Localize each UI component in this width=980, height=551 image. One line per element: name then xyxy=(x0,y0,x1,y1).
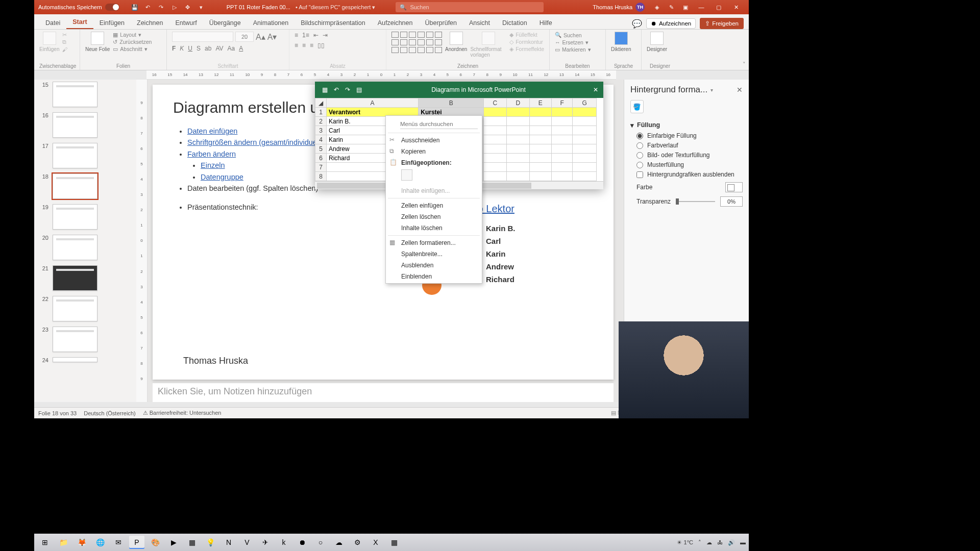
transparency-slider[interactable] xyxy=(676,201,715,202)
shape-fill-button[interactable]: ◆ Fülleffekt xyxy=(509,32,544,38)
tab-draw[interactable]: Zeichnen xyxy=(131,16,169,29)
thumb-17[interactable]: 17 xyxy=(39,143,131,168)
italic-icon[interactable]: K xyxy=(180,45,184,52)
document-title[interactable]: PPT 01 Roter Faden 00... xyxy=(227,4,290,10)
tab-design[interactable]: Entwurf xyxy=(169,16,203,29)
tb-outlook[interactable]: ✉ xyxy=(111,536,126,549)
search-box[interactable]: 🔍 Suchen xyxy=(396,2,544,12)
diamond-icon[interactable]: ◈ xyxy=(650,4,664,11)
shape-effects-button[interactable]: ◈ Formeffekte xyxy=(509,46,544,52)
windows-taskbar[interactable]: ⊞ 📁 🦊 🌐 ✉ P 🎨 ▶ ▦ 💡 N V ✈ k ⏺ ○ ☁ ⚙ X ▦ … xyxy=(34,534,749,551)
thumb-21[interactable]: 21 xyxy=(39,265,131,291)
menu-column-width[interactable]: Spaltenbreite... xyxy=(386,248,482,260)
shrink-font-icon[interactable]: A▾ xyxy=(267,32,277,42)
strike-icon[interactable]: S xyxy=(197,45,201,52)
close-button[interactable]: ✕ xyxy=(727,0,745,14)
autosave-toggle[interactable]: Automatisches Speichern xyxy=(38,4,119,11)
comments-icon[interactable]: 💬 xyxy=(632,19,642,29)
share-button[interactable]: ⇪ Freigeben xyxy=(700,18,744,29)
tab-start[interactable]: Start xyxy=(66,15,93,29)
row-header[interactable]: 5 xyxy=(315,144,327,154)
tab-slideshow[interactable]: Bildschirmpräsentation xyxy=(295,16,371,29)
tb-telegram[interactable]: ✈ xyxy=(258,536,273,549)
thumb-23[interactable]: 23 xyxy=(39,327,131,352)
indent-dec-icon[interactable]: ⇤ xyxy=(313,32,318,39)
fill-color-button[interactable] xyxy=(725,182,743,192)
opt-picture-fill[interactable]: Bild- oder Texturfüllung xyxy=(636,152,743,159)
tb-app[interactable]: 🎨 xyxy=(148,536,163,549)
col-header-g[interactable]: G xyxy=(573,98,597,108)
pane-close-icon[interactable]: ✕ xyxy=(737,86,743,94)
undo-icon[interactable]: ↶ xyxy=(144,3,152,11)
menu-delete-cells[interactable]: Zellen löschen xyxy=(386,211,482,222)
bullet-link[interactable]: Farben ändern xyxy=(187,150,236,158)
touch-mode-icon[interactable]: ✥ xyxy=(184,3,192,11)
tray-battery-icon[interactable]: ▬ xyxy=(740,539,746,545)
pen-icon[interactable]: ✎ xyxy=(664,4,678,11)
font-family-input[interactable] xyxy=(172,32,233,42)
menu-cut[interactable]: ✂Ausschneiden xyxy=(386,135,482,146)
columns-icon[interactable]: ▯▯ xyxy=(317,42,325,49)
tb-powerpoint[interactable]: P xyxy=(129,536,144,549)
tab-record[interactable]: Aufzeichnen xyxy=(372,16,419,29)
reset-button[interactable]: ↺ Zurücksetzen xyxy=(113,39,152,45)
bold-icon[interactable]: F xyxy=(172,45,176,52)
col-header-e[interactable]: E xyxy=(529,98,551,108)
thumb-22[interactable]: 22 xyxy=(39,296,131,321)
tray-onedrive-icon[interactable]: ☁ xyxy=(706,539,712,546)
tray-chevron-icon[interactable]: ˄ xyxy=(698,539,701,546)
row-header[interactable]: 8 xyxy=(315,172,327,181)
tab-review[interactable]: Überprüfen xyxy=(419,16,463,29)
tray-volume-icon[interactable]: 🔊 xyxy=(728,539,735,546)
opt-pattern-fill[interactable]: Musterfüllung xyxy=(636,161,743,168)
redo-icon[interactable]: ↷ xyxy=(157,3,165,11)
tab-transitions[interactable]: Übergänge xyxy=(203,16,247,29)
toggle-switch-icon[interactable] xyxy=(105,4,119,11)
replace-button[interactable]: ↔ Ersetzen ▾ xyxy=(555,39,591,45)
qat-dropdown-icon[interactable]: ▾ xyxy=(197,3,205,11)
col-header-d[interactable]: D xyxy=(506,98,529,108)
tb-excel[interactable]: X xyxy=(368,536,383,549)
paste-option-button[interactable] xyxy=(401,169,412,181)
shadow-icon[interactable]: ab xyxy=(205,45,211,52)
format-painter-icon[interactable]: 🖌 xyxy=(62,46,68,53)
menu-copy[interactable]: ⧉Kopieren xyxy=(386,146,482,157)
indent-inc-icon[interactable]: ⇥ xyxy=(323,32,328,39)
save-status[interactable]: • Auf "diesem PC" gespeichert ▾ xyxy=(296,4,375,11)
record-button[interactable]: ⏺ Aufzeichnen xyxy=(646,18,696,29)
thumb-16[interactable]: 16 xyxy=(39,112,131,138)
tab-dictation[interactable]: Dictation xyxy=(496,16,533,29)
thumb-15[interactable]: 15 xyxy=(39,82,131,107)
tb-explorer[interactable]: 📁 xyxy=(56,536,71,549)
slide-thumbnails-pane[interactable]: 15 16 17 18 19 20 21 22 23 24 xyxy=(34,80,136,402)
minimize-button[interactable]: — xyxy=(693,0,710,14)
case-icon[interactable]: Aa xyxy=(228,45,235,52)
bullet-link[interactable]: Datengruppe xyxy=(201,173,243,181)
col-header-b[interactable]: B xyxy=(419,98,484,108)
thumb-24[interactable]: 24 xyxy=(39,357,131,363)
excel-redo-icon[interactable]: ↷ xyxy=(345,86,350,93)
tb-onenote[interactable]: N xyxy=(221,536,236,549)
quick-styles-button[interactable]: Schnellformat vorlagen xyxy=(470,32,506,58)
excel-close-button[interactable]: ✕ xyxy=(588,86,603,93)
collapse-ribbon-icon[interactable]: ˅ xyxy=(743,61,746,68)
transparency-value[interactable]: 0% xyxy=(720,196,743,207)
bullets-icon[interactable]: ≡ xyxy=(295,32,298,39)
thumb-18[interactable]: 18 xyxy=(39,173,131,199)
bullet-link[interactable]: Daten einfügen xyxy=(187,127,237,135)
select-button[interactable]: ▭ Markieren ▾ xyxy=(555,46,591,53)
tab-help[interactable]: Hilfe xyxy=(533,16,558,29)
row-header[interactable]: 1 xyxy=(315,108,327,117)
pane-dropdown-icon[interactable]: ▾ xyxy=(710,87,713,93)
layout-button[interactable]: ▦ Layout ▾ xyxy=(113,32,152,38)
fill-bucket-icon[interactable]: 🪣 xyxy=(630,100,644,113)
menu-insert-cells[interactable]: Zellen einfügen xyxy=(386,200,482,211)
status-language[interactable]: Deutsch (Österreich) xyxy=(84,410,135,416)
tb-app6[interactable]: ○ xyxy=(313,536,328,549)
tb-chrome[interactable]: 🌐 xyxy=(92,536,108,549)
fill-section-header[interactable]: ▾ Füllung xyxy=(630,121,743,129)
tb-firefox[interactable]: 🦊 xyxy=(74,536,89,549)
user-account[interactable]: Thomas Hruska TH xyxy=(593,3,645,12)
font-color-icon[interactable]: A xyxy=(239,45,243,52)
shape-outline-button[interactable]: ◇ Formkontur xyxy=(509,39,544,45)
